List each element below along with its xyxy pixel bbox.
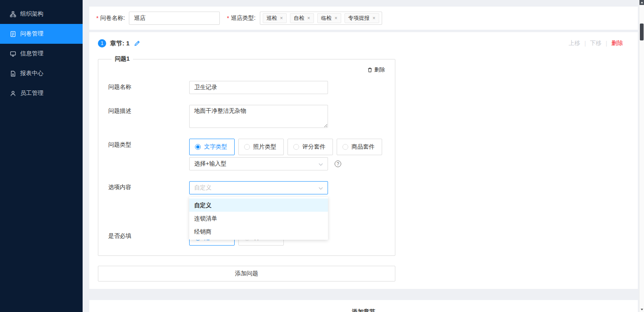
sidebar-item-label: 问卷管理 (20, 30, 43, 38)
dropdown-option-custom[interactable]: 自定义 (189, 199, 328, 212)
subtype-select[interactable]: 选择+输入型 (189, 157, 328, 170)
move-up-button[interactable]: 上移 (569, 40, 580, 47)
questionnaire-name-label: 问卷名称: (100, 14, 125, 22)
sidebar-item-label: 员工管理 (20, 90, 43, 97)
tag-close-icon[interactable]: × (307, 15, 310, 21)
move-down-button[interactable]: 下移 (590, 40, 601, 47)
sidebar-item-label: 报表中心 (20, 70, 43, 77)
tag-label: 临检 (321, 14, 332, 22)
add-chapter-button[interactable]: 添加章节 (352, 308, 375, 312)
sidebar: 组织架构 问卷管理 信息管理 报表中心 员工管理 (0, 0, 83, 312)
type-tag: 临检 × (317, 13, 341, 23)
type-tag: 巡检 × (263, 13, 287, 23)
radio-icon (244, 144, 250, 150)
info-management-icon (10, 51, 16, 57)
type-option-score[interactable]: 评分套件 (288, 139, 333, 155)
org-structure-icon (10, 11, 16, 17)
add-chapter-panel[interactable]: 添加章节 (89, 300, 638, 312)
type-option-product[interactable]: 商品套件 (337, 139, 382, 155)
required-label: 是否必填 (108, 230, 189, 246)
question-type-group: 文字类型 照片类型 评分套件 商品套件 (189, 139, 382, 155)
question-type-label: 问题类型 (108, 139, 189, 155)
sidebar-item-staff-management[interactable]: 员工管理 (0, 83, 83, 103)
tag-label: 巡检 (266, 14, 277, 22)
dropdown-option-dealer[interactable]: 经销商 (189, 225, 328, 238)
sidebar-item-information[interactable]: 信息管理 (0, 44, 83, 64)
question-desc-textarea[interactable]: 地面干净整洁无杂物 (189, 105, 328, 128)
action-separator: | (585, 40, 586, 47)
chevron-down-icon (318, 184, 323, 191)
question-card: 问题1 删除 问题名称 问题描述 地面干净整洁无杂物 问题类型 (98, 55, 395, 256)
chapter-header: 1 章节: 1 上移 | 下移 | 删除 (98, 38, 623, 49)
question-name-input[interactable] (189, 81, 328, 94)
type-option-label: 商品套件 (352, 143, 375, 151)
add-question-button[interactable]: 添加问题 (98, 266, 395, 281)
questionnaire-name-input[interactable] (129, 12, 220, 25)
subtype-selected-value: 选择+输入型 (194, 160, 226, 168)
question-name-label: 问题名称 (108, 81, 189, 94)
tag-label: 专项提报 (348, 14, 370, 22)
question-desc-label: 问题描述 (108, 105, 189, 128)
radio-selected-icon (195, 144, 201, 150)
help-icon[interactable]: ? (335, 161, 341, 167)
tag-close-icon[interactable]: × (335, 15, 337, 21)
type-option-label: 文字类型 (204, 143, 227, 151)
sidebar-item-questionnaire[interactable]: 问卷管理 (0, 24, 83, 44)
scroll-down-arrow-icon[interactable] (639, 307, 644, 312)
dropdown-option-chain-list[interactable]: 连锁清单 (189, 212, 328, 225)
required-mark: * (227, 15, 229, 21)
sidebar-item-report-center[interactable]: 报表中心 (0, 64, 83, 83)
trash-icon (367, 67, 373, 73)
chapter-index-badge: 1 (98, 39, 106, 47)
edit-chapter-icon[interactable] (134, 40, 140, 47)
staff-icon (10, 90, 16, 97)
scrollbar-thumb[interactable] (640, 24, 644, 40)
options-select[interactable]: 自定义 (189, 181, 328, 194)
questionnaire-icon (10, 31, 16, 37)
type-tag: 专项提报 × (345, 13, 379, 23)
patrol-type-select[interactable]: 巡检 × 自检 × 临检 × 专项提报 × (260, 12, 382, 25)
type-option-label: 照片类型 (253, 143, 276, 151)
question-card-title: 问题1 (112, 55, 133, 63)
questionnaire-form-bar: * 问卷名称: * 巡店类型: 巡检 × 自检 × 临检 × 专项提报 × (89, 7, 638, 30)
sidebar-item-label: 组织架构 (20, 10, 43, 18)
type-option-photo[interactable]: 照片类型 (238, 139, 284, 155)
chapter-actions: 上移 | 下移 | 删除 (569, 40, 623, 47)
type-option-text[interactable]: 文字类型 (189, 139, 235, 155)
report-center-icon (10, 71, 16, 77)
sidebar-item-label: 信息管理 (20, 50, 43, 57)
options-dropdown: 自定义 连锁清单 经销商 (189, 197, 328, 240)
spacer (108, 157, 189, 170)
type-option-label: 评分套件 (302, 143, 326, 151)
action-separator: | (606, 40, 607, 47)
options-content-label: 选项内容 (108, 181, 189, 194)
tag-close-icon[interactable]: × (373, 15, 375, 21)
sidebar-item-org-structure[interactable]: 组织架构 (0, 4, 83, 24)
delete-chapter-button[interactable]: 删除 (611, 40, 623, 47)
chapter-title: 章节: 1 (110, 40, 130, 47)
chevron-down-icon (318, 161, 323, 167)
scroll-up-arrow-icon[interactable] (639, 0, 644, 5)
delete-question-label: 删除 (374, 66, 385, 73)
tag-label: 自检 (294, 14, 304, 22)
chapter-panel: 1 章节: 1 上移 | 下移 | 删除 问题1 删除 (89, 32, 638, 289)
radio-icon (293, 144, 299, 150)
options-select-placeholder: 自定义 (194, 184, 211, 191)
required-mark: * (96, 15, 98, 21)
main-content: * 问卷名称: * 巡店类型: 巡检 × 自检 × 临检 × 专项提报 × (83, 0, 638, 312)
vertical-scrollbar[interactable] (639, 0, 644, 312)
patrol-type-label: 巡店类型: (231, 14, 256, 22)
delete-question-button[interactable]: 删除 (367, 66, 385, 73)
radio-icon (342, 144, 348, 150)
tag-close-icon[interactable]: × (280, 15, 283, 21)
type-tag: 自检 × (290, 13, 314, 23)
